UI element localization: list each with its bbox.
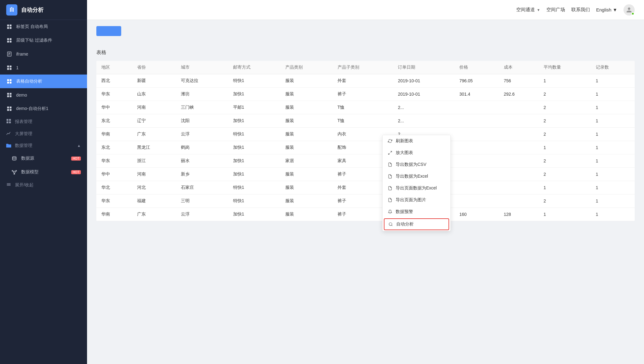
table-cell: 1: [539, 141, 591, 154]
svg-rect-24: [7, 107, 9, 108]
content-area: 表格 地区 省份 城市 邮寄方式 产品类别 产品子类别 订单日期 价格 成本 平…: [87, 20, 644, 364]
sidebar-item-biaoqian[interactable]: 标签页 自动布局: [0, 20, 87, 34]
table-cell: [499, 101, 539, 114]
table-row[interactable]: 东北辽宁沈阳加快1服装T恤2...21: [96, 114, 635, 128]
table-cell: 辽宁: [132, 114, 176, 128]
svg-rect-20: [7, 93, 9, 95]
top-action-button[interactable]: [96, 26, 121, 36]
table-cell: 1: [591, 181, 635, 194]
table-cell: 1: [591, 114, 635, 128]
context-menu-data-alert[interactable]: 数据预警: [383, 206, 450, 218]
context-menu-enlarge[interactable]: 放大图表: [383, 147, 450, 159]
table-cell: 1: [539, 208, 591, 221]
sidebar-item-label: 表格自动分析: [16, 79, 42, 84]
table-row[interactable]: 华南广东云浮特快1服装内衣2...21: [96, 128, 635, 141]
table-cell: 华北: [96, 181, 132, 194]
table-cell: 外套: [333, 74, 393, 88]
col-header-price: 价格: [454, 61, 499, 74]
grid-icon: [6, 65, 12, 71]
table-cell: 1: [539, 74, 591, 88]
table-row[interactable]: 华中河南新乡加快1服装裤子2...21: [96, 168, 635, 181]
table-cell: 1: [591, 194, 635, 208]
svg-line-46: [392, 225, 393, 226]
topbar-kongjian-tongdao[interactable]: 空间通道 ▼: [516, 7, 540, 13]
sidebar-item-shujuyuan[interactable]: 数据源 HOT: [0, 152, 87, 165]
language-selector[interactable]: English ▼: [596, 7, 617, 12]
table-cell: 广东: [132, 128, 176, 141]
context-menu-export-csv[interactable]: 导出数据为CSV: [383, 159, 450, 171]
table-cell: [454, 194, 499, 208]
svg-rect-27: [10, 109, 12, 111]
sidebar-item-shuju[interactable]: 数据管理 ▲: [0, 140, 87, 152]
sidebar-item-daping[interactable]: 大屏管理: [0, 128, 87, 140]
table-cell: 2: [539, 101, 591, 114]
expand-icon: [6, 182, 11, 188]
grid-icon: [6, 24, 12, 30]
expand-arrows-icon: [388, 150, 393, 155]
table-cell: 1: [591, 128, 635, 141]
col-header-shipping: 邮寄方式: [228, 61, 280, 74]
table-cell: 服装: [280, 88, 333, 101]
sidebar-item-label: 数据源: [21, 156, 34, 161]
topbar-lianxi-women[interactable]: 联系我们: [571, 7, 590, 13]
table-cell: 家居: [280, 154, 333, 168]
table-row[interactable]: 华北河北石家庄特快1服装外套2...11: [96, 181, 635, 194]
sidebar-item-label: iframe: [16, 52, 28, 57]
context-menu: 刷新图表 放大图表 导出数据为CSV 导出数据为Excel: [382, 135, 451, 231]
context-menu-export-image[interactable]: 导出页面为图片: [383, 194, 450, 206]
context-menu-export-excel[interactable]: 导出数据为Excel: [383, 171, 450, 182]
table-cell: 1: [591, 168, 635, 181]
sidebar-item-label: 数据模型: [21, 169, 39, 175]
table-cell: [454, 141, 499, 154]
sidebar-item-one[interactable]: 1: [0, 61, 87, 75]
context-menu-auto-analysis[interactable]: 自动分析: [384, 218, 449, 230]
table-row[interactable]: 华中河南三门峡平邮1服装T恤2...21: [96, 101, 635, 114]
svg-rect-26: [7, 109, 9, 111]
table-row[interactable]: 东北黑龙江鹤岗加快1服装配饰2...11: [96, 141, 635, 154]
svg-point-32: [12, 157, 16, 158]
table-cell: 服装: [280, 168, 333, 181]
table-cell: 服装: [280, 141, 333, 154]
user-avatar[interactable]: [623, 4, 635, 16]
sidebar-item-iframe[interactable]: iframe: [0, 47, 87, 61]
grid-icon: [6, 119, 11, 125]
table-row[interactable]: 华东浙江丽水加快1家居家具2...21: [96, 154, 635, 168]
table-cell: 石家庄: [176, 181, 228, 194]
sidebar-item-demo-auto[interactable]: demo-自动分析1: [0, 102, 87, 116]
table-cell: 160: [454, 208, 499, 221]
context-menu-refresh[interactable]: 刷新图表: [383, 135, 450, 147]
table-cell: 2...: [393, 114, 454, 128]
table-cell: 2: [539, 128, 591, 141]
sidebar-item-biaoge[interactable]: 表格自动分析: [0, 75, 87, 88]
table-cell: [499, 128, 539, 141]
sidebar-item-cengji[interactable]: 层级下钻 过滤条件: [0, 34, 87, 47]
table-cell: 1: [591, 74, 635, 88]
table-cell: 华东: [96, 88, 132, 101]
svg-rect-12: [7, 66, 9, 67]
table-cell: 鹤岗: [176, 141, 228, 154]
topbar-kongjian-guangchang[interactable]: 空间广场: [546, 7, 565, 13]
sidebar-item-zhankai[interactable]: 展开/收起: [0, 179, 87, 191]
svg-rect-6: [7, 41, 9, 43]
svg-rect-22: [7, 95, 9, 97]
table-cell: [499, 181, 539, 194]
sidebar-item-demo[interactable]: demo: [0, 88, 87, 102]
sidebar-item-shujumoxing[interactable]: 数据模型 HOT: [0, 165, 87, 179]
table-cell: 2...: [393, 101, 454, 114]
col-header-date: 订单日期: [393, 61, 454, 74]
sidebar-item-label: 报表管理: [15, 119, 32, 125]
table-cell: [454, 128, 499, 141]
sidebar-item-baobiao[interactable]: 报表管理: [0, 116, 87, 128]
table-row[interactable]: 西北新疆可克达拉特快1服装外套2019-10-01796.0575611: [96, 74, 635, 88]
table-cell: 加快1: [228, 114, 280, 128]
table-row[interactable]: 华南广东云浮加快1服装裤子2019-10-0116012811: [96, 208, 635, 221]
table-cell: 特快1: [228, 128, 280, 141]
svg-line-37: [13, 171, 13, 172]
table-cell: 华南: [96, 128, 132, 141]
refresh-icon: [388, 139, 393, 143]
table-row[interactable]: 华东福建三明特快1服装裤子2...21: [96, 194, 635, 208]
table-cell: 301.4: [454, 88, 499, 101]
context-menu-export-page-excel[interactable]: 导出页面数据为Excel: [383, 182, 450, 194]
table-row[interactable]: 华东山东潍坊加快1服装裤子2019-10-01301.4292.621: [96, 88, 635, 101]
table-cell: 服装: [280, 208, 333, 221]
